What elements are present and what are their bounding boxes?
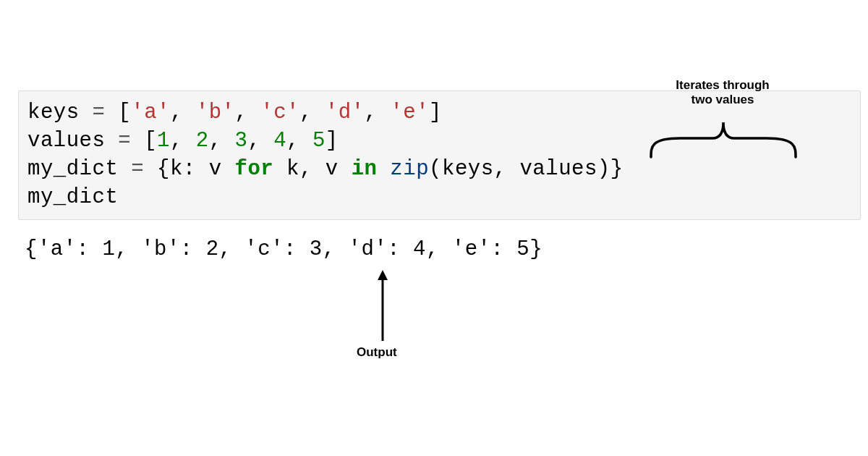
output-text: {'a': 1, 'b': 2, 'c': 3, 'd': 4, 'e': 5} [25, 237, 542, 261]
keyword-for: for [234, 157, 273, 181]
variable-keys: keys [27, 101, 80, 124]
svg-marker-1 [378, 270, 388, 280]
annotation-iterates: Iterates through two values [651, 78, 794, 108]
annotation-output: Output [357, 345, 397, 360]
code-line-4: my_dict [27, 183, 851, 211]
function-zip: zip [390, 157, 429, 181]
keyword-in: in [352, 157, 378, 181]
variable-values: values [27, 129, 105, 153]
brace-icon [644, 112, 803, 163]
variable-mydict: my_dict [27, 157, 118, 181]
arrow-up-icon [378, 270, 388, 342]
